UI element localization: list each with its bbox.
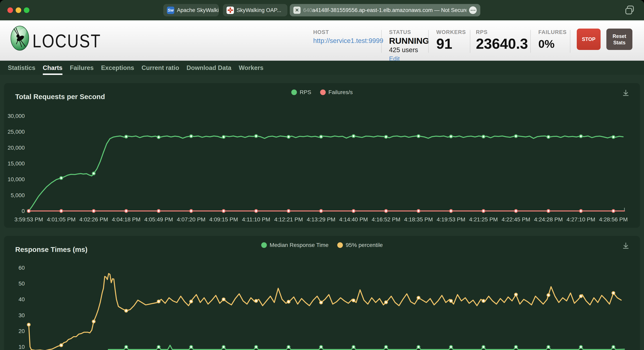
svg-text:0: 0: [22, 208, 25, 214]
browser-toolbar: Sw Apache SkyWalki... SkyWalking OAP... …: [0, 0, 644, 20]
chart-legend: RPSFailures/s: [287, 89, 357, 96]
divider: [470, 30, 470, 53]
stop-button-label: STOP: [582, 36, 596, 42]
legend-label: RPS: [300, 89, 312, 96]
nav-tab-charts[interactable]: Charts: [43, 61, 62, 75]
zoom-window-button[interactable]: [24, 7, 30, 13]
tab-overview-icon[interactable]: [624, 5, 635, 15]
svg-text:4:22:45 PM: 4:22:45 PM: [502, 216, 530, 222]
svg-text:4:09:15 PM: 4:09:15 PM: [209, 216, 238, 222]
legend-dot-icon: [337, 242, 343, 248]
close-window-button[interactable]: [8, 7, 13, 13]
reset-stats-label-2: Stats: [613, 40, 626, 45]
svg-text:4:01:05 PM: 4:01:05 PM: [47, 216, 76, 222]
legend-dot-icon: [292, 90, 297, 95]
svg-text:50: 50: [18, 281, 24, 287]
address-bar-url[interactable]: 640a4148f-381559556.ap-east-1.elb.amazon…: [303, 7, 466, 13]
legend-item-95-percentile[interactable]: 95% percentile: [337, 242, 383, 248]
failures-value: 0%: [538, 37, 567, 50]
legend-item-rps[interactable]: RPS: [292, 89, 312, 96]
svg-text:10,000: 10,000: [8, 176, 25, 182]
tab-label: SkyWalking OAP...: [236, 7, 281, 13]
stop-button[interactable]: STOP: [577, 28, 600, 50]
nav-tab-exceptions[interactable]: Exceptions: [101, 61, 134, 75]
rps-label: RPS: [476, 29, 528, 35]
status-users: 425 users: [389, 46, 429, 54]
nav-tab-statistics[interactable]: Statistics: [8, 61, 36, 75]
browser-tab-apache-skywalking[interactable]: Sw Apache SkyWalki...: [163, 4, 219, 16]
download-chart-icon[interactable]: [622, 89, 630, 97]
skywalking-blue-icon: Sw: [167, 6, 174, 14]
rps-stat: RPS 23640.3: [476, 29, 528, 51]
divider: [381, 30, 382, 53]
divider: [530, 30, 531, 53]
svg-text:4:27:10 PM: 4:27:10 PM: [566, 216, 595, 222]
total-rps-chart: 05,00010,00015,00020,00025,00030,0003:59…: [4, 100, 640, 228]
legend-dot-icon: [261, 242, 267, 248]
minimize-window-button[interactable]: [16, 7, 21, 13]
chart-title: Total Requests per Second: [15, 93, 105, 101]
svg-text:4:11:10 PM: 4:11:10 PM: [242, 216, 270, 222]
page-options-ellipsis-icon[interactable]: [469, 6, 477, 14]
main-nav: StatisticsChartsFailuresExceptionsCurren…: [0, 61, 644, 75]
svg-text:4:16:52 PM: 4:16:52 PM: [372, 216, 400, 222]
svg-text:20,000: 20,000: [8, 145, 25, 151]
legend-label: Failures/s: [328, 89, 352, 96]
host-link[interactable]: http://service1.test:9999: [313, 37, 383, 44]
svg-text:4:18:35 PM: 4:18:35 PM: [404, 216, 433, 222]
browser-tab-active-url[interactable]: ✕ 640a4148f-381559556.ap-east-1.elb.amaz…: [290, 4, 480, 16]
locust-header: LOCUST HOST http://service1.test:9999 ST…: [0, 20, 644, 61]
legend-item-failures-s[interactable]: Failures/s: [320, 89, 352, 96]
divider: [428, 30, 429, 53]
workers-label: WORKERS: [436, 29, 466, 35]
legend-item-median-response-time[interactable]: Median Response Time: [261, 242, 328, 248]
svg-text:4:21:25 PM: 4:21:25 PM: [469, 216, 498, 222]
svg-text:60: 60: [18, 265, 24, 271]
svg-text:40: 40: [18, 296, 24, 303]
divider: [570, 30, 570, 53]
total-rps-panel: Total Requests per Second RPSFailures/s …: [4, 83, 640, 228]
host-stat: HOST http://service1.test:9999: [313, 29, 383, 44]
close-tab-icon[interactable]: ✕: [294, 6, 300, 14]
download-chart-icon[interactable]: [622, 242, 630, 249]
svg-text:4:05:49 PM: 4:05:49 PM: [144, 216, 173, 222]
nav-tab-workers[interactable]: Workers: [239, 61, 264, 75]
host-label: HOST: [313, 29, 383, 35]
nav-tab-download-data[interactable]: Download Data: [186, 61, 231, 75]
svg-text:4:19:53 PM: 4:19:53 PM: [437, 216, 465, 222]
legend-label: Median Response Time: [270, 242, 328, 248]
response-times-panel: Response Times (ms) Median Response Time…: [4, 236, 640, 350]
svg-text:20: 20: [18, 328, 24, 334]
status-label: STATUS: [389, 29, 429, 35]
reset-stats-label-1: Reset: [612, 33, 626, 39]
browser-tab-skywalking-oap[interactable]: SkyWalking OAP...: [223, 4, 288, 16]
legend-label: 95% percentile: [346, 242, 383, 248]
rps-value: 23640.3: [476, 36, 528, 51]
nav-tab-current-ratio[interactable]: Current ratio: [142, 61, 179, 75]
status-value: RUNNING: [389, 36, 429, 45]
nav-tab-failures[interactable]: Failures: [70, 61, 94, 75]
locust-logo: [10, 25, 29, 51]
svg-text:3:59:53 PM: 3:59:53 PM: [14, 216, 43, 222]
failures-label: FAILURES: [538, 29, 567, 35]
svg-text:4:04:18 PM: 4:04:18 PM: [112, 216, 140, 222]
svg-text:15,000: 15,000: [8, 161, 25, 167]
svg-text:4:02:26 PM: 4:02:26 PM: [80, 216, 108, 222]
chart-title: Response Times (ms): [15, 245, 88, 253]
workers-value: 91: [436, 36, 466, 51]
response-times-chart: 102030405060: [4, 253, 640, 350]
workers-stat: WORKERS 91: [436, 29, 466, 51]
svg-text:4:24:28 PM: 4:24:28 PM: [534, 216, 563, 222]
status-stat: STATUS RUNNING 425 users Edit: [389, 29, 429, 62]
browser-window: Sw Apache SkyWalki... SkyWalking OAP... …: [0, 0, 644, 350]
failures-stat: FAILURES 0%: [538, 29, 567, 50]
svg-text:4:07:20 PM: 4:07:20 PM: [177, 216, 205, 222]
svg-text:4:13:29 PM: 4:13:29 PM: [307, 216, 336, 222]
svg-text:5,000: 5,000: [11, 192, 25, 198]
svg-text:4:28:56 PM: 4:28:56 PM: [599, 216, 628, 222]
tab-label: Apache SkyWalki...: [177, 7, 219, 13]
reset-stats-button[interactable]: Reset Stats: [606, 28, 632, 50]
svg-text:25,000: 25,000: [8, 129, 25, 135]
legend-dot-icon: [320, 90, 326, 95]
svg-text:30: 30: [18, 312, 24, 319]
